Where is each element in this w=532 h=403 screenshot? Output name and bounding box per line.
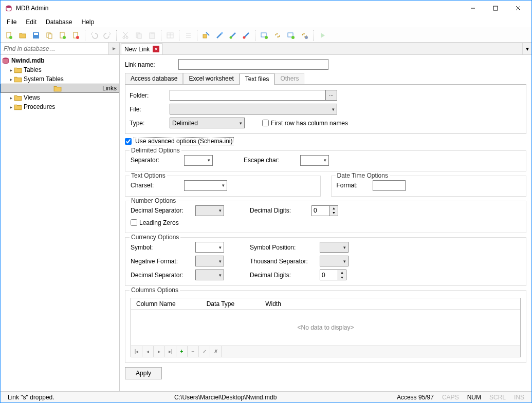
decdig-spinner[interactable]: ▲▼ (311, 205, 338, 216)
symbol-select[interactable]: ▾ (195, 242, 224, 253)
folder-input[interactable] (170, 90, 326, 101)
search-input[interactable] (1, 43, 108, 54)
use-advanced-checkbox[interactable]: Use advanced options (Schema.ini) (125, 137, 234, 145)
link-gear-icon[interactable] (298, 30, 310, 41)
grid-empty-text: <No data to display> (131, 310, 520, 346)
save-icon[interactable] (30, 30, 42, 41)
svg-point-28 (221, 32, 223, 34)
type-select[interactable]: Delimited▾ (170, 118, 245, 128)
folder-icon (14, 75, 22, 83)
tab-text-files[interactable]: Text files (240, 73, 275, 85)
tab-access-database[interactable]: Access database (125, 73, 183, 84)
format-input[interactable] (373, 180, 406, 191)
leading-zeros-checkbox[interactable]: Leading Zeros (131, 219, 179, 226)
paste-icon[interactable] (146, 30, 158, 41)
cur-decdig-label: Decimal Digits: (250, 272, 320, 279)
nav-post-icon[interactable]: ✓ (199, 346, 210, 357)
col-header-name[interactable]: Column Name (136, 300, 176, 308)
columns-grid[interactable]: Column Name Data Type Width <No data to … (131, 298, 521, 357)
tree-item-tables[interactable]: ▸Tables (1, 65, 119, 74)
svg-point-16 (126, 36, 128, 39)
menu-edit[interactable]: Edit (22, 17, 41, 27)
file-label: File: (130, 106, 170, 113)
table-add-icon[interactable] (258, 30, 270, 41)
cur-decdig-spinner[interactable]: ▲▼ (320, 270, 346, 280)
menu-help[interactable]: Help (77, 17, 98, 27)
tab-close-icon[interactable]: ✕ (153, 46, 159, 52)
redo-icon[interactable] (101, 30, 114, 41)
escape-select[interactable]: ▾ (300, 155, 329, 166)
svg-point-15 (123, 36, 125, 39)
status-message: Link "s" dropped. (4, 394, 59, 401)
svg-point-29 (230, 36, 232, 39)
tree-item-system-tables[interactable]: ▸System Tables (1, 74, 119, 84)
nav-last-icon[interactable]: ▸| (165, 346, 176, 357)
nav-cancel-icon[interactable]: ✗ (210, 346, 222, 357)
browse-folder-button[interactable]: ··· (326, 90, 337, 101)
link-name-label: Link name: (125, 61, 178, 68)
columns-options-group: Columns Options Column Name Data Type Wi… (125, 290, 526, 363)
toolbar (1, 28, 531, 43)
search-go-button[interactable] (108, 43, 119, 54)
table-link-icon[interactable] (285, 30, 297, 41)
negfmt-select[interactable]: ▾ (195, 256, 224, 266)
file-select[interactable]: ▾ (170, 104, 337, 114)
svg-point-6 (9, 36, 12, 39)
wizard1-icon[interactable] (200, 30, 212, 41)
wizard4-icon[interactable] (240, 30, 252, 41)
folder-icon (14, 94, 22, 101)
grid-icon[interactable] (164, 30, 176, 41)
nav-add-icon[interactable]: + (176, 346, 188, 357)
tree-root[interactable]: Nwind.mdb (1, 56, 119, 65)
play-icon[interactable] (316, 30, 328, 41)
nav-prev-icon[interactable]: ◂ (142, 346, 154, 357)
svg-rect-10 (48, 34, 52, 39)
folder-icon (14, 66, 22, 73)
tree-item-views[interactable]: ▸Views (1, 93, 119, 102)
tab-excel-worksheet[interactable]: Excel worksheet (183, 73, 239, 84)
copy-icon[interactable] (43, 30, 56, 41)
maximize-button[interactable] (484, 1, 507, 15)
svg-rect-2 (493, 6, 498, 10)
copy2-icon[interactable] (133, 30, 145, 41)
cut-icon[interactable] (119, 30, 132, 41)
close-button[interactable] (507, 1, 529, 15)
doc-delete-icon[interactable] (70, 30, 82, 41)
doc-tab-new-link[interactable]: New Link ✕ (121, 43, 163, 54)
thsep-select[interactable]: ▾ (320, 256, 348, 266)
wizard2-icon[interactable] (213, 30, 226, 41)
tree-item-links[interactable]: ▸Links (1, 84, 119, 93)
separator-select[interactable]: ▾ (184, 155, 213, 166)
nav-next-icon[interactable]: ▸ (154, 346, 165, 357)
charset-select[interactable]: ▾ (184, 180, 227, 191)
svg-rect-8 (34, 33, 38, 35)
new-icon[interactable] (3, 30, 15, 41)
link-name-input[interactable] (178, 59, 328, 70)
col-header-width[interactable]: Width (265, 300, 281, 308)
menu-database[interactable]: Database (42, 17, 76, 27)
apply-button[interactable]: Apply (125, 367, 162, 379)
open-icon[interactable] (16, 30, 29, 41)
status-num: NUM (463, 394, 485, 401)
folder-label: Folder: (130, 92, 170, 99)
nav-delete-icon[interactable]: − (188, 346, 199, 357)
decsep-select[interactable]: ▾ (195, 205, 224, 216)
tree-item-procedures[interactable]: ▸Procedures (1, 102, 119, 111)
database-tree[interactable]: Nwind.mdb ▸Tables ▸System Tables ▸Links … (1, 55, 119, 391)
minimize-button[interactable] (462, 1, 484, 15)
list-icon[interactable] (182, 30, 194, 41)
folder-icon (14, 103, 22, 110)
link-type-tabs: Access database Excel worksheet Text fil… (125, 73, 526, 84)
link-icon[interactable] (271, 30, 284, 41)
doc-new-icon[interactable] (57, 30, 69, 41)
sympos-select[interactable]: ▾ (320, 242, 348, 253)
col-header-type[interactable]: Data Type (207, 300, 234, 308)
svg-point-14 (76, 36, 79, 39)
first-row-checkbox[interactable]: First row has column names (262, 120, 348, 127)
nav-first-icon[interactable]: |◂ (131, 346, 142, 357)
tab-dropdown-icon[interactable]: ▾ (522, 43, 531, 54)
wizard3-icon[interactable] (227, 30, 239, 41)
undo-icon[interactable] (88, 30, 100, 41)
cur-decsep-select[interactable]: ▾ (195, 270, 224, 280)
menu-file[interactable]: File (3, 17, 21, 27)
